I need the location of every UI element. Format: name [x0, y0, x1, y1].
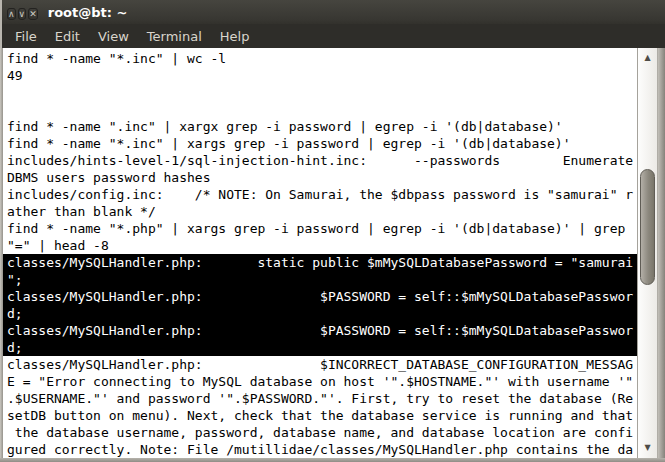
title-bar: ∧∨✕ root@bt: ~	[0, 0, 665, 24]
menu-item-help[interactable]: Help	[211, 26, 259, 47]
scroll-up-icon[interactable]: ▲	[638, 50, 657, 66]
terminal-row: E = "Error connecting to MySQL database …	[7, 373, 637, 390]
terminal-row-selected: ";	[3, 271, 637, 288]
scroll-down-icon[interactable]: ▼	[638, 440, 657, 456]
close-window-button[interactable]: ✕	[28, 8, 38, 20]
terminal-window: ∧∨✕ root@bt: ~ FileEditViewTerminalHelp …	[0, 0, 665, 462]
window-bottom-border	[0, 458, 665, 462]
terminal-row-selected: classes/MySQLHandler.php: $PASSWORD = se…	[3, 288, 637, 305]
terminal-row: "=" | head -8	[7, 237, 637, 254]
shade-window-button[interactable]: ∧	[7, 8, 16, 20]
chevron-up-icon: ∧	[8, 9, 15, 19]
minimize-window-button[interactable]: ∨	[18, 8, 27, 20]
terminal-row: setDB button on menu). Next, check that …	[7, 407, 637, 424]
terminal-row: find * -name "*.php" | xargs grep -i pas…	[7, 220, 637, 237]
terminal-row: includes/config.inc: /* NOTE: On Samurai…	[7, 186, 637, 203]
scrollbar-thumb[interactable]	[640, 169, 655, 285]
terminal-row-selected: d;	[3, 305, 637, 322]
terminal-row: .$USERNAME."' and password '".$PASSWORD.…	[7, 390, 637, 407]
menu-item-edit[interactable]: Edit	[46, 26, 89, 47]
terminal-row	[7, 101, 637, 118]
terminal-row	[7, 84, 637, 101]
terminal-row: the database username, password, databas…	[7, 424, 637, 441]
terminal-row: find * -name ".inc" | xargx grep -i pass…	[7, 118, 637, 135]
window-content: find * -name "*.inc" | wc -l49find * -na…	[0, 48, 665, 458]
menu-item-terminal[interactable]: Terminal	[138, 26, 211, 47]
terminal-row: ather than blank */	[7, 203, 637, 220]
terminal-row-selected: classes/MySQLHandler.php: static public …	[3, 254, 637, 271]
terminal-row-selected: classes/MySQLHandler.php: $PASSWORD = se…	[3, 322, 637, 339]
terminal-row: 49	[7, 67, 637, 84]
chevron-down-icon: ∨	[19, 9, 26, 19]
terminal-row: classes/MySQLHandler.php: $INCORRECT_DAT…	[7, 356, 637, 373]
window-right-border	[658, 48, 665, 458]
scrollbar[interactable]: ▲ ▼	[637, 48, 658, 458]
menu-item-view[interactable]: View	[89, 26, 138, 47]
menu-item-file[interactable]: File	[6, 26, 46, 47]
terminal-row: find * -name "*.inc" | wc -l	[7, 50, 637, 67]
terminal-row: gured correctly. Note: File /mutillidae/…	[7, 441, 637, 458]
terminal-row-selected: d;	[3, 339, 637, 356]
window-title: root@bt: ~	[48, 5, 128, 20]
terminal-row: DBMS users password hashes	[7, 169, 637, 186]
terminal-row: includes/hints-level-1/sql-injection-hin…	[7, 152, 637, 169]
terminal-row: find * -name "*.inc" | xargs grep -i pas…	[7, 135, 637, 152]
close-icon: ✕	[29, 9, 37, 19]
terminal-screen[interactable]: find * -name "*.inc" | wc -l49find * -na…	[3, 48, 637, 458]
menu-bar: FileEditViewTerminalHelp	[0, 24, 665, 48]
